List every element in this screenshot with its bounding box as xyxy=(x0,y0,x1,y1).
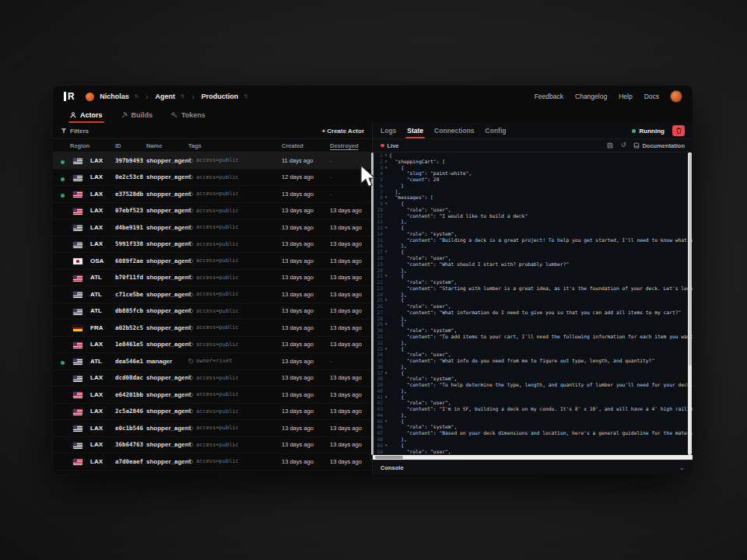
tab-config[interactable]: Config xyxy=(486,123,507,138)
breadcrumb-workspace[interactable]: Nicholas xyxy=(100,93,129,100)
fold-caret-icon[interactable] xyxy=(383,352,389,358)
state-json-editor[interactable]: 1 ▼ { 2 ▼ "shoppingCart": [ 3 ▼ { 4 "slu… xyxy=(373,152,693,455)
table-row[interactable]: LAX d4be9191 shopper_agent access=public… xyxy=(53,219,372,236)
fold-caret-icon[interactable] xyxy=(383,340,389,346)
tab-builds[interactable]: Builds xyxy=(121,107,153,123)
fold-caret-icon[interactable] xyxy=(383,261,389,268)
column-header-id[interactable]: ID xyxy=(115,142,143,149)
fold-caret-icon[interactable] xyxy=(383,376,389,382)
fold-caret-icon[interactable] xyxy=(383,436,389,443)
nav-link-docs[interactable]: Docs xyxy=(644,93,659,100)
fold-caret-icon[interactable] xyxy=(383,424,389,430)
table-row[interactable]: ATL dea546e1 manager owner=rivet 13 days… xyxy=(53,353,372,370)
fold-caret-icon[interactable]: ▼ xyxy=(383,201,389,207)
breadcrumb-project[interactable]: Agent xyxy=(155,93,175,100)
breadcrumb-environment[interactable]: Production xyxy=(202,93,239,100)
filter-funnel-icon[interactable] xyxy=(61,128,67,134)
table-row[interactable]: LAX dcd08dac shopper_agent access=public… xyxy=(53,370,372,387)
create-actor-button[interactable]: + Create Actor xyxy=(321,128,364,135)
fold-caret-icon[interactable] xyxy=(383,406,389,412)
vertical-scrollbar[interactable] xyxy=(688,152,692,455)
fold-caret-icon[interactable]: ▼ xyxy=(383,346,389,352)
fold-caret-icon[interactable] xyxy=(383,316,389,322)
fold-caret-icon[interactable] xyxy=(383,382,389,388)
fold-caret-icon[interactable] xyxy=(383,327,389,334)
fold-caret-icon[interactable] xyxy=(383,279,389,285)
fold-caret-icon[interactable]: ▼ xyxy=(383,159,389,165)
fold-caret-icon[interactable]: ▼ xyxy=(383,297,389,303)
table-row[interactable]: LAX 5991f338 shopper_agent access=public… xyxy=(53,236,372,254)
fold-caret-icon[interactable] xyxy=(383,189,389,195)
fold-caret-icon[interactable]: ▼ xyxy=(383,394,389,401)
nav-link-help[interactable]: Help xyxy=(619,93,632,100)
fold-caret-icon[interactable] xyxy=(383,303,389,310)
column-header-region[interactable]: Region xyxy=(61,142,112,149)
chevron-down-icon[interactable]: ⌄ xyxy=(679,465,685,470)
table-row[interactable]: LAX 0e2c53c8 shopper_agent access=public… xyxy=(53,170,372,187)
table-row[interactable]: LAX e37528db shopper_agent access=public… xyxy=(53,186,372,203)
fold-caret-icon[interactable]: ▼ xyxy=(383,249,389,255)
fold-caret-icon[interactable] xyxy=(383,430,389,436)
fold-caret-icon[interactable] xyxy=(383,243,389,249)
fold-caret-icon[interactable] xyxy=(383,285,389,292)
table-row[interactable]: ATL db885fcb shopper_agent access=public… xyxy=(53,303,372,320)
nav-link-feedback[interactable]: Feedback xyxy=(535,93,563,100)
console-bar[interactable]: Console ⌄ xyxy=(373,460,693,474)
fold-caret-icon[interactable] xyxy=(383,237,389,243)
fold-caret-icon[interactable] xyxy=(383,449,389,455)
fold-caret-icon[interactable] xyxy=(383,219,389,225)
fold-caret-icon[interactable]: ▼ xyxy=(383,418,389,425)
refresh-icon[interactable]: ↺ xyxy=(621,142,626,149)
user-avatar[interactable] xyxy=(671,91,682,102)
destroy-actor-button[interactable] xyxy=(672,125,685,136)
fold-caret-icon[interactable] xyxy=(383,213,389,219)
table-row[interactable]: LAX 36b64763 shopper_agent access=public… xyxy=(53,437,372,454)
fold-caret-icon[interactable]: ▼ xyxy=(383,152,389,159)
column-header-tags[interactable]: Tags xyxy=(188,142,279,149)
fold-caret-icon[interactable]: ▼ xyxy=(383,370,389,376)
table-row[interactable]: LAX 397b9493 shopper_agent access=public… xyxy=(53,152,372,170)
fold-caret-icon[interactable] xyxy=(383,412,389,418)
tab-state[interactable]: State xyxy=(407,123,423,138)
table-row[interactable]: LAX 2c5a2846 shopper_agent access=public… xyxy=(53,404,372,421)
tab-tokens[interactable]: Tokens xyxy=(171,107,205,123)
fold-caret-icon[interactable] xyxy=(383,388,389,394)
table-row[interactable]: FRA a02b52c5 shopper_agent access=public… xyxy=(53,320,372,337)
fold-caret-icon[interactable] xyxy=(383,400,389,406)
table-row[interactable]: LAX 07ebf523 shopper_agent access=public… xyxy=(53,203,372,220)
fold-caret-icon[interactable] xyxy=(383,358,389,364)
fold-caret-icon[interactable]: ▼ xyxy=(383,165,389,171)
tab-logs[interactable]: Logs xyxy=(381,123,396,138)
table-row[interactable]: LAX a7d0eaef shopper_agent access=public… xyxy=(53,453,372,471)
fold-caret-icon[interactable] xyxy=(383,207,389,213)
fold-caret-icon[interactable] xyxy=(383,268,389,274)
fold-caret-icon[interactable] xyxy=(383,292,389,298)
save-icon[interactable] xyxy=(607,142,613,149)
fold-caret-icon[interactable] xyxy=(383,177,389,183)
table-row[interactable]: ATL c71ce5be shopper_agent access=public… xyxy=(53,286,372,303)
chevron-updown-icon[interactable]: ⇅ xyxy=(181,93,184,100)
table-row[interactable]: LAX e64201bb shopper_agent access=public… xyxy=(53,387,372,404)
table-scrollbar[interactable] xyxy=(371,152,374,455)
table-row[interactable]: LAX e0c1b546 shopper_agent access=public… xyxy=(53,420,372,437)
table-row[interactable]: OSA 6089f2ae shopper_agent access=public… xyxy=(53,253,372,270)
table-row[interactable]: ATL b70f11fd shopper_agent access=public… xyxy=(53,270,372,287)
nav-link-changelog[interactable]: Changelog xyxy=(575,93,607,100)
chevron-updown-icon[interactable]: ⇅ xyxy=(135,93,139,100)
tab-actors[interactable]: Actors xyxy=(70,107,103,123)
fold-caret-icon[interactable] xyxy=(383,364,389,370)
fold-caret-icon[interactable] xyxy=(383,255,389,261)
fold-caret-icon[interactable] xyxy=(383,183,389,189)
fold-caret-icon[interactable] xyxy=(383,334,389,340)
filters-button[interactable]: Filters xyxy=(70,128,89,135)
tab-connections[interactable]: Connections xyxy=(434,123,474,138)
fold-caret-icon[interactable]: ▼ xyxy=(383,273,389,279)
fold-caret-icon[interactable]: ▼ xyxy=(383,321,389,327)
fold-caret-icon[interactable]: ▼ xyxy=(383,443,389,449)
fold-caret-icon[interactable] xyxy=(383,231,389,237)
documentation-link[interactable]: Documentation xyxy=(633,142,685,149)
table-row[interactable]: LAX 1e8461e5 shopper_agent access=public… xyxy=(53,337,372,354)
fold-caret-icon[interactable]: ▼ xyxy=(383,225,389,231)
column-header-name[interactable]: Name xyxy=(146,142,185,149)
fold-caret-icon[interactable]: ▼ xyxy=(383,194,389,201)
